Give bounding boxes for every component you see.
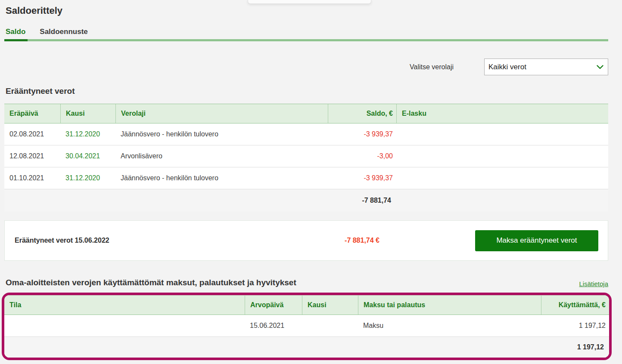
tab-underline xyxy=(4,39,608,41)
balance-cell: -3,00 xyxy=(328,145,396,167)
credits-table: Tila Arvopäivä Kausi Maksu tai palautus … xyxy=(4,295,609,358)
column-header-status: Tila xyxy=(4,296,245,315)
table-row: 02.08.2021 31.12.2020 Jäännösvero - henk… xyxy=(4,123,608,145)
table-row: 12.08.2021 30.04.2021 Arvonlisävero -3,0… xyxy=(4,145,608,167)
due-date-cell: 01.10.2021 xyxy=(4,167,60,189)
value-date-cell: 15.06.2021 xyxy=(245,315,302,336)
due-date-cell: 12.08.2021 xyxy=(4,145,60,167)
pay-overdue-taxes-button[interactable]: Maksa erääntyneet verot xyxy=(475,230,598,251)
column-header-e-invoice: E-lasku xyxy=(396,104,608,123)
unused-amount-cell: 1 197,12 xyxy=(541,315,609,336)
tax-type-cell: Jäännösvero - henkilön tulovero xyxy=(115,167,328,189)
tax-type-cell: Jäännösvero - henkilön tulovero xyxy=(115,123,328,145)
payment-or-refund-cell: Maksu xyxy=(358,315,541,336)
due-date-cell: 02.08.2021 xyxy=(4,123,60,145)
column-header-due-date: Eräpäivä xyxy=(4,104,60,123)
table-total-row: -7 881,74 xyxy=(4,189,608,212)
scrolled-element-remnant xyxy=(248,0,371,4)
overdue-summary-card: Erääntyneet verot 15.06.2022 -7 881,74 €… xyxy=(4,220,608,261)
table-row: 15.06.2021 Maksu 1 197,12 xyxy=(4,315,609,337)
more-info-link[interactable]: Lisätietoja xyxy=(579,280,608,287)
tax-type-label: Valitse verolaji xyxy=(410,63,454,71)
period-link[interactable]: 31.12.2020 xyxy=(60,123,115,145)
column-header-value-date: Arvopäivä xyxy=(245,296,302,315)
tab-saldo[interactable]: Saldo xyxy=(4,28,27,36)
overdue-summary-label: Erääntyneet verot 15.06.2022 xyxy=(15,237,157,244)
table-row: 01.10.2021 31.12.2020 Jäännösvero - henk… xyxy=(4,167,608,189)
page-title: Saldoerittely xyxy=(6,5,622,16)
column-header-balance: Saldo, € xyxy=(328,104,396,123)
total-unused: 1 197,12 xyxy=(541,337,609,358)
tax-type-select[interactable]: Kaikki verot xyxy=(484,59,608,75)
tab-saldoennuste[interactable]: Saldoennuste xyxy=(38,28,89,36)
balance-cell: -3 939,37 xyxy=(328,167,396,189)
e-invoice-cell xyxy=(396,145,608,167)
active-tab-indicator xyxy=(4,39,28,41)
table-header-row: Eräpäivä Kausi Verolaji Saldo, € E-lasku xyxy=(4,104,608,123)
period-cell xyxy=(302,315,358,336)
overdue-taxes-table: Eräpäivä Kausi Verolaji Saldo, € E-lasku… xyxy=(4,104,608,212)
status-cell xyxy=(4,315,245,336)
column-header-period: Kausi xyxy=(302,296,358,315)
overdue-taxes-heading: Erääntyneet verot xyxy=(6,86,622,96)
tax-type-selected-value: Kaikki verot xyxy=(485,63,597,71)
tax-type-filter-row: Valitse verolaji Kaikki verot xyxy=(0,59,608,75)
column-header-period: Kausi xyxy=(60,104,115,123)
total-balance: -7 881,74 xyxy=(328,189,396,212)
highlight-annotation: Tila Arvopäivä Kausi Maksu tai palautus … xyxy=(2,293,612,360)
column-header-payment-or-refund: Maksu tai palautus xyxy=(358,296,541,315)
column-header-unused: Käyttämättä, € xyxy=(541,296,609,315)
table-header-row: Tila Arvopäivä Kausi Maksu tai palautus … xyxy=(4,295,609,315)
column-header-tax-type: Verolaji xyxy=(115,104,328,123)
table-total-row: 1 197,12 xyxy=(4,337,609,358)
period-link[interactable]: 31.12.2020 xyxy=(60,167,115,189)
credits-heading-row: Oma-aloitteisten verojen käyttämättömät … xyxy=(6,278,608,287)
balance-cell: -3 939,37 xyxy=(328,123,396,145)
period-link[interactable]: 30.04.2021 xyxy=(60,145,115,167)
e-invoice-cell xyxy=(396,123,608,145)
e-invoice-cell xyxy=(396,167,608,189)
chevron-down-icon xyxy=(597,65,603,69)
overdue-summary-amount: -7 881,74 € xyxy=(157,237,379,244)
credits-heading: Oma-aloitteisten verojen käyttämättömät … xyxy=(6,278,296,287)
tab-bar: Saldo Saldoennuste xyxy=(4,28,622,36)
tax-type-cell: Arvonlisävero xyxy=(115,145,328,167)
